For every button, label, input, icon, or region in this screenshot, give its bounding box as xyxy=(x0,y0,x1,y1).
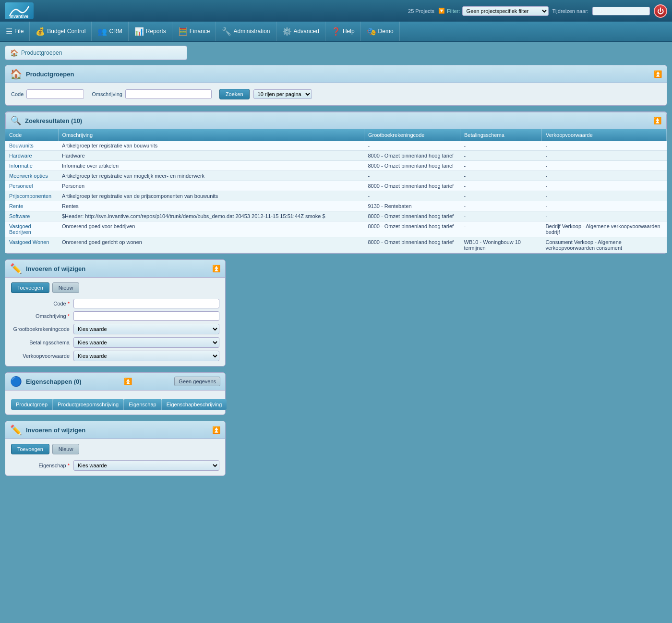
required-mark-code: * xyxy=(68,301,70,306)
code-input[interactable] xyxy=(26,89,84,99)
cell-grootboek: - xyxy=(364,141,460,151)
required-mark-eigenschap: * xyxy=(68,463,70,468)
cell-omschrijving: Rentes xyxy=(58,201,364,211)
search-panel-header: 🏠 Productgroepen ⏫ xyxy=(5,65,667,83)
code-link[interactable]: Hardware xyxy=(9,153,32,159)
house-icon: 🏠 xyxy=(10,68,22,80)
nav-item-budget-control[interactable]: 💰 Budget Control xyxy=(30,22,92,41)
cell-omschrijving: Informatie over artikelen xyxy=(58,161,364,171)
invoer-code-input[interactable] xyxy=(73,299,219,308)
cell-code: Rente xyxy=(5,201,58,211)
omschrijving-input[interactable] xyxy=(125,89,212,99)
search-panel-body: Code Omschrijving Zoeken 10 rijen per pa… xyxy=(5,83,667,105)
results-table: Code Omschrijving Grootboekrekeningcode … xyxy=(5,129,667,253)
collapse-invoer2-btn[interactable]: ⏫ xyxy=(212,426,220,434)
invoer2-eigenschap-select[interactable]: Kies waarde xyxy=(73,460,219,471)
nav-item-crm[interactable]: 👥 CRM xyxy=(92,22,128,41)
invoer-betaling-row: Betalingsschema Kies waarde xyxy=(11,337,219,348)
toevoegen2-button[interactable]: Toevoegen xyxy=(11,444,49,454)
prop-tab-beschrijving[interactable]: Eigenschapbeschrijving xyxy=(162,399,227,410)
nav-item-file[interactable]: ☰ File xyxy=(0,22,30,41)
collapse-search-btn[interactable]: ⏫ xyxy=(654,70,662,78)
code-link[interactable]: Informatie xyxy=(9,163,33,169)
invoer-verkoop-label: Verkoopvoorwaarde xyxy=(11,353,73,359)
cell-code: Software xyxy=(5,211,58,221)
per-page-select[interactable]: 10 rijen per pagina xyxy=(253,89,312,99)
code-link[interactable]: Bouwunits xyxy=(9,143,34,148)
nav-item-finance[interactable]: 🧮 Finance xyxy=(172,22,216,41)
code-link[interactable]: Rente xyxy=(9,203,23,209)
nav-item-demo[interactable]: 🎭 Demo xyxy=(361,22,400,41)
cell-code: Vastgoed Bedrijven xyxy=(5,221,58,237)
invoer-verkoop-row: Verkoopvoorwaarde Kies waarde xyxy=(11,351,219,361)
cell-verkoop: Consument Verkoop - Algemene verkoopvoor… xyxy=(542,237,667,253)
nav-item-administration[interactable]: 🔧 Administration xyxy=(216,22,276,41)
power-button[interactable]: ⏻ xyxy=(654,4,667,18)
code-link[interactable]: Personeel xyxy=(9,183,33,189)
tijdreizen-input[interactable] xyxy=(592,7,650,15)
top-bar: invantive 25 Projects 🔽 Filter: Geen pro… xyxy=(0,0,672,22)
main-content: 🏠 Productgroepen 🏠 Productgroepen ⏫ Code… xyxy=(0,42,672,486)
prop-tab-omschrijving[interactable]: Productgroepomschrijving xyxy=(53,399,124,410)
invoer-code-row: Code * xyxy=(11,299,219,308)
nav-item-help[interactable]: ❓ Help xyxy=(325,22,361,41)
nieuw2-button[interactable]: Nieuw xyxy=(52,444,80,454)
breadcrumb-label: Productgroepen xyxy=(21,49,62,56)
crm-icon: 👥 xyxy=(97,27,107,36)
invoer-omschrijving-row: Omschrijving * xyxy=(11,311,219,321)
invoer-panel-header: ✏️ Invoeren of wijzigen ⏫ xyxy=(5,260,225,278)
collapse-results-btn[interactable]: ⏫ xyxy=(653,117,661,124)
nav-item-reports[interactable]: 📊 Reports xyxy=(129,22,172,41)
advanced-icon: ⚙️ xyxy=(282,27,292,36)
invoer-omschrijving-input[interactable] xyxy=(73,311,219,321)
filter-button[interactable]: Filter: xyxy=(447,8,460,14)
invoer-btn-row: Toevoegen Nieuw xyxy=(11,282,219,293)
cell-betaling: - xyxy=(460,151,542,161)
invoer-grootboek-row: Grootboekrekeningcode Kies waarde xyxy=(11,324,219,334)
table-row: Hardware Hardware 8000 - Omzet binnenlan… xyxy=(5,151,667,161)
code-link[interactable]: Prijscomponenten xyxy=(9,193,51,199)
invoer-verkoop-select[interactable]: Kies waarde xyxy=(73,351,219,361)
cell-grootboek: 8000 - Omzet binnenland hoog tarief xyxy=(364,237,460,253)
nieuw-button[interactable]: Nieuw xyxy=(52,282,80,293)
filter-select[interactable]: Geen projectspecifiek filter xyxy=(462,6,549,16)
table-row: Vastgoed Bedrijven Onroerend goed voor b… xyxy=(5,221,667,237)
code-link[interactable]: Meerwerk opties xyxy=(9,173,48,179)
code-link[interactable]: Software xyxy=(9,213,30,219)
col-grootboek: Grootboekrekeningcode xyxy=(364,129,460,141)
nav-item-advanced[interactable]: ⚙️ Advanced xyxy=(276,22,325,41)
cell-verkoop: - xyxy=(542,181,667,191)
cell-betaling: - xyxy=(460,191,542,201)
cell-omschrijving: Artikelgroep ter registratie van bouwuni… xyxy=(58,141,364,151)
table-row: Informatie Informatie over artikelen 800… xyxy=(5,161,667,171)
prop-tab-productgroep[interactable]: Productgroep xyxy=(11,399,53,410)
toevoegen-button[interactable]: Toevoegen xyxy=(11,282,49,293)
prop-tab-eigenschap[interactable]: Eigenschap xyxy=(124,399,162,410)
collapse-invoer-btn[interactable]: ⏫ xyxy=(212,265,220,272)
invoer-betaling-select[interactable]: Kies waarde xyxy=(73,337,219,348)
search-button[interactable]: Zoeken xyxy=(219,89,250,99)
invoer-grootboek-select[interactable]: Kies waarde xyxy=(73,324,219,334)
table-row: Bouwunits Artikelgroep ter registratie v… xyxy=(5,141,667,151)
cell-code: Hardware xyxy=(5,151,58,161)
eigenschappen-panel: 🔵 Eigenschappen (0) ⏫ Geen gegevens Prod… xyxy=(5,372,226,415)
nav-label-reports: Reports xyxy=(146,28,166,35)
nav-label-crm: CRM xyxy=(109,28,122,35)
cell-omschrijving: Onroerend goed gericht op wonen xyxy=(58,237,364,253)
cell-betaling: - xyxy=(460,211,542,221)
search-icon: 🔍 xyxy=(11,115,21,126)
cell-omschrijving: Hardware xyxy=(58,151,364,161)
omschrijving-field-group: Omschrijving xyxy=(92,89,212,99)
cell-betaling: - xyxy=(460,201,542,211)
code-label: Code xyxy=(11,91,24,97)
funnel-icon: 🔽 xyxy=(438,8,445,14)
geen-gegevens-btn[interactable]: Geen gegevens xyxy=(174,377,220,386)
file-icon: ☰ xyxy=(6,27,12,36)
cell-code: Bouwunits xyxy=(5,141,58,151)
collapse-eigenschappen-btn[interactable]: ⏫ xyxy=(124,378,132,385)
search-form: Code Omschrijving Zoeken 10 rijen per pa… xyxy=(11,89,661,99)
cell-omschrijving: Artikelgroep ter registratie van mogelij… xyxy=(58,171,364,181)
code-link[interactable]: Vastgoed Bedrijven xyxy=(9,223,31,235)
omschrijving-label: Omschrijving xyxy=(92,91,122,97)
code-link[interactable]: Vastgoed Wonen xyxy=(9,239,49,245)
